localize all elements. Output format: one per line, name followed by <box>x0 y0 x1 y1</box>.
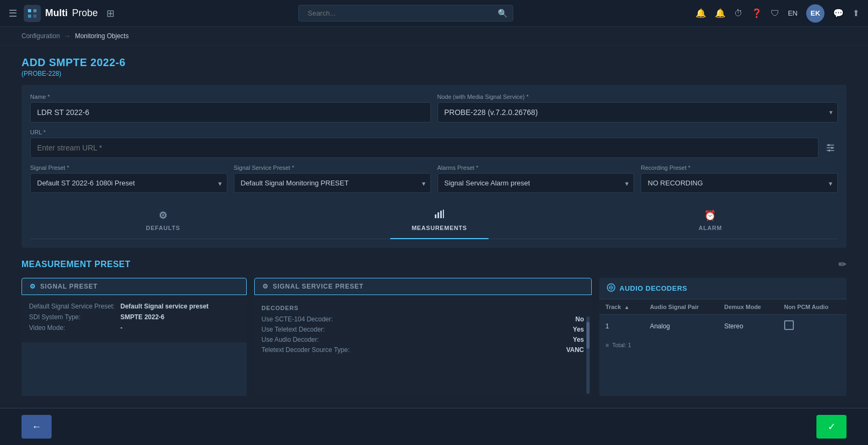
signal-service-preset-label: Signal Service Preset * <box>234 164 431 171</box>
mute-icon[interactable]: 🔔 <box>695 8 706 18</box>
url-row: URL * <box>30 129 838 158</box>
track-column-header[interactable]: Track ▲ <box>599 299 644 315</box>
shield-icon[interactable]: 🛡 <box>771 9 779 18</box>
signal-service-panel-title: SIGNAL SERVICE PRESET <box>272 283 363 290</box>
recording-preset-select-wrap: NO RECORDING ▾ <box>641 173 838 193</box>
scroll-thumb <box>586 322 590 349</box>
breadcrumb: Configuration → Monitoring Objects <box>0 27 868 46</box>
tabs-bar: ⚙ DEFAULTS MEASUREMENTS ⏰ ALARM <box>30 204 838 239</box>
signal-preset-group: Signal Preset * Default ST 2022-6 1080i … <box>30 164 227 193</box>
top-navigation: ☰ MultiProbe ⊞ 🔍 🔔 🔔 ⏱ ❓ 🛡 EN EK 💬 ⬆ <box>0 0 868 27</box>
confirm-button[interactable]: ✓ <box>816 415 847 439</box>
messages-icon[interactable]: 💬 <box>833 8 844 18</box>
svg-rect-2 <box>28 15 31 18</box>
non-pcm-checkbox[interactable] <box>784 320 794 330</box>
alarm-tab-icon: ⏰ <box>704 210 716 221</box>
breadcrumb-parent[interactable]: Configuration <box>21 32 60 40</box>
edit-button[interactable]: ✏ <box>838 259 847 270</box>
hamburger-menu[interactable]: ☰ <box>9 8 17 19</box>
svg-point-9 <box>828 149 830 152</box>
signal-service-preset-select-wrap: Default Signal Monitoring PRESET ▾ <box>234 173 431 193</box>
breadcrumb-separator: → <box>64 32 70 40</box>
measurement-title: MEASUREMENT PRESET <box>21 260 131 269</box>
signal-preset-panel-header: ⚙ SIGNAL PRESET <box>21 278 247 295</box>
tab-alarm[interactable]: ⏰ ALARM <box>677 204 744 239</box>
audio-decoders-title: AUDIO DECODERS <box>620 284 687 292</box>
signal-preset-field-row: Default Signal Service Preset:Default Si… <box>29 303 239 310</box>
signal-preset-select-wrap: Default ST 2022-6 1080i Preset ▾ <box>30 173 227 193</box>
app-logo: MultiProbe <box>24 5 98 22</box>
alarms-preset-select-wrap: Signal Service Alarm preset ▾ <box>437 173 635 193</box>
node-label: Node (with Media Signal Service) * <box>437 94 838 100</box>
non-pcm-audio-cell <box>778 315 847 338</box>
demux-mode-column-header: Demux Mode <box>718 299 778 315</box>
logo-icon <box>24 5 41 22</box>
name-node-row: Name * Node (with Media Signal Service) … <box>30 94 838 123</box>
alarms-preset-label: Alarms Preset * <box>437 164 635 171</box>
svg-rect-12 <box>440 211 442 218</box>
alarms-preset-select[interactable]: Signal Service Alarm preset <box>437 173 635 193</box>
decoders-title: DECODERS <box>262 305 584 311</box>
svg-point-7 <box>828 144 830 146</box>
settings-clock-icon[interactable]: ⏱ <box>734 9 743 18</box>
svg-rect-0 <box>28 9 31 12</box>
signal-preset-select[interactable]: Default ST 2022-6 1080i Preset <box>30 173 227 193</box>
signal-preset-field-row: SDI System Type:SMPTE 2022-6 <box>29 313 239 321</box>
decoder-fields: Use SCTE-104 Decoder:NoUse Teletext Deco… <box>262 315 584 354</box>
total-label: Total: 1 <box>612 342 631 348</box>
grid-view-icon[interactable]: ⊞ <box>104 5 117 21</box>
top-nav-icons: 🔔 🔔 ⏱ ❓ 🛡 EN EK 💬 ⬆ <box>695 4 859 23</box>
name-input[interactable] <box>30 102 431 123</box>
total-icon: ≡ <box>606 342 609 348</box>
audio-signal-pair-column-header: Audio Signal Pair <box>643 299 718 315</box>
svg-rect-1 <box>33 9 37 12</box>
recording-preset-select[interactable]: NO RECORDING <box>641 173 838 193</box>
svg-rect-13 <box>443 210 444 218</box>
back-button[interactable]: ← <box>21 415 52 439</box>
measurement-header: MEASUREMENT PRESET ✏ <box>21 259 847 270</box>
signal-service-panel: ⚙ SIGNAL SERVICE PRESET DECODERS Use SCT… <box>254 278 592 396</box>
signal-service-preset-select[interactable]: Default Signal Monitoring PRESET <box>234 173 431 193</box>
scroll-indicator[interactable] <box>586 317 590 394</box>
node-select[interactable]: PROBE-228 (v.7.2.0.26768) <box>437 102 838 123</box>
decoder-field-row: Use SCTE-104 Decoder:No <box>262 315 584 323</box>
decoder-field-row: Use Teletext Decoder:Yes <box>262 326 584 333</box>
sliders-icon <box>825 142 836 153</box>
app-name-probe: Probe <box>72 8 98 19</box>
search-icon[interactable]: 🔍 <box>498 9 508 18</box>
avatar[interactable]: EK <box>806 4 824 23</box>
tab-measurements[interactable]: MEASUREMENTS <box>390 204 489 239</box>
preset-panels-container: ⚙ SIGNAL PRESET Default Signal Service P… <box>21 278 847 396</box>
language-selector[interactable]: EN <box>788 9 798 17</box>
url-input[interactable] <box>30 138 819 158</box>
recording-preset-group: Recording Preset * NO RECORDING ▾ <box>641 164 838 193</box>
signal-service-gear-icon: ⚙ <box>262 283 269 290</box>
search-input[interactable] <box>298 5 513 21</box>
track-sort-icon: ▲ <box>624 304 629 310</box>
breadcrumb-current: Monitoring Objects <box>75 32 128 40</box>
form-section: Name * Node (with Media Signal Service) … <box>21 85 847 248</box>
help-icon[interactable]: ❓ <box>751 8 762 18</box>
decoders-body: DECODERS Use SCTE-104 Decoder:NoUse Tele… <box>254 295 592 396</box>
page-title: ADD SMPTE 2022-6 <box>21 56 847 69</box>
signal-service-panel-header: ⚙ SIGNAL SERVICE PRESET <box>254 278 592 295</box>
svg-point-8 <box>831 147 833 149</box>
alarms-preset-group: Alarms Preset * Signal Service Alarm pre… <box>437 164 635 193</box>
signal-preset-panel-title: SIGNAL PRESET <box>40 283 98 290</box>
bottom-actions: ← ✓ <box>0 408 868 445</box>
total-row: ≡ Total: 1 <box>599 338 847 353</box>
track-cell: 1 <box>599 315 644 338</box>
signal-preset-panel-body: Default Signal Service Preset:Default Si… <box>21 295 247 342</box>
node-select-container: PROBE-228 (v.7.2.0.26768) ▾ <box>437 102 838 123</box>
page-subtitle: (PROBE-228) <box>21 70 847 77</box>
signal-preset-gear-icon: ⚙ <box>30 283 36 290</box>
defaults-tab-icon: ⚙ <box>159 210 168 221</box>
tab-defaults[interactable]: ⚙ DEFAULTS <box>124 204 202 239</box>
measurements-tab-icon <box>434 209 444 221</box>
signal-preset-label: Signal Preset * <box>30 164 227 171</box>
recording-preset-label: Recording Preset * <box>641 164 838 171</box>
url-settings-button[interactable] <box>823 140 838 158</box>
notification-icon[interactable]: 🔔 <box>715 8 726 18</box>
expand-icon[interactable]: ⬆ <box>852 8 859 18</box>
url-label: URL * <box>30 129 819 135</box>
